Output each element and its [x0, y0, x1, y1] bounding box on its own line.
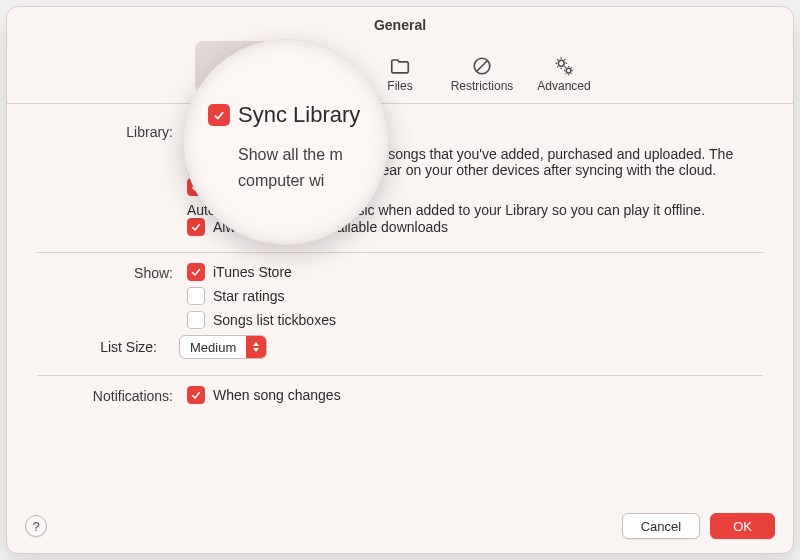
option-itunes-store-label: iTunes Store	[213, 263, 292, 280]
list-size-value: Medium	[180, 340, 246, 355]
option-star-ratings-label: Star ratings	[213, 287, 285, 304]
list-size-popup[interactable]: Medium	[179, 335, 267, 359]
svg-point-8	[558, 60, 564, 66]
checkbox-check-downloads[interactable]	[187, 218, 205, 236]
checkbox-star-ratings[interactable]	[187, 287, 205, 305]
restriction-icon	[471, 55, 493, 77]
magnifier-title: Sync Library	[238, 102, 360, 128]
section-library: Library: Sync Library Sync your Library,…	[37, 112, 763, 252]
window-title: General	[7, 7, 793, 37]
ok-button[interactable]: OK	[710, 513, 775, 539]
option-star-ratings[interactable]: Star ratings	[187, 287, 763, 305]
content-area: Library: Sync Library Sync your Library,…	[7, 104, 793, 420]
cancel-button[interactable]: Cancel	[622, 513, 700, 539]
tab-advanced-label: Advanced	[537, 79, 590, 93]
checkbox-icon	[208, 104, 230, 126]
magnifier-desc-1: Show all the m	[238, 144, 366, 166]
preferences-toolbar: eral Play Files	[7, 37, 793, 104]
stepper-icon	[246, 336, 266, 358]
folder-icon	[389, 55, 411, 77]
option-song-changes[interactable]: When song changes	[187, 386, 763, 404]
magnifier-overlay: Sync Library Show all the m computer wi	[183, 39, 389, 245]
tab-advanced[interactable]: Advanced	[523, 41, 605, 93]
tab-restrictions-label: Restrictions	[451, 79, 514, 93]
section-notifications-label: Notifications:	[37, 386, 187, 404]
section-library-label: Library:	[37, 122, 187, 140]
option-songs-tickboxes[interactable]: Songs list tickboxes	[187, 311, 763, 329]
list-size-label: List Size:	[37, 339, 171, 355]
svg-point-9	[566, 68, 571, 73]
gears-icon	[553, 55, 575, 77]
magnifier-desc-2: computer wi	[238, 170, 366, 192]
svg-line-7	[477, 61, 488, 72]
option-song-changes-label: When song changes	[213, 386, 341, 403]
section-show-label: Show:	[37, 263, 187, 281]
tab-files-label: Files	[387, 79, 412, 93]
checkbox-itunes-store[interactable]	[187, 263, 205, 281]
footer: ? Cancel OK	[7, 501, 793, 553]
preferences-window: General eral Play	[6, 6, 794, 554]
help-button[interactable]: ?	[25, 515, 47, 537]
section-notifications: Notifications: When song changes	[37, 375, 763, 420]
option-songs-tickboxes-label: Songs list tickboxes	[213, 311, 336, 328]
option-list-size: List Size: Medium	[187, 335, 763, 359]
tab-restrictions[interactable]: Restrictions	[441, 41, 523, 93]
section-show: Show: iTunes Store Star ratings	[37, 252, 763, 375]
checkbox-song-changes[interactable]	[187, 386, 205, 404]
option-itunes-store[interactable]: iTunes Store	[187, 263, 763, 281]
checkbox-songs-tickboxes[interactable]	[187, 311, 205, 329]
